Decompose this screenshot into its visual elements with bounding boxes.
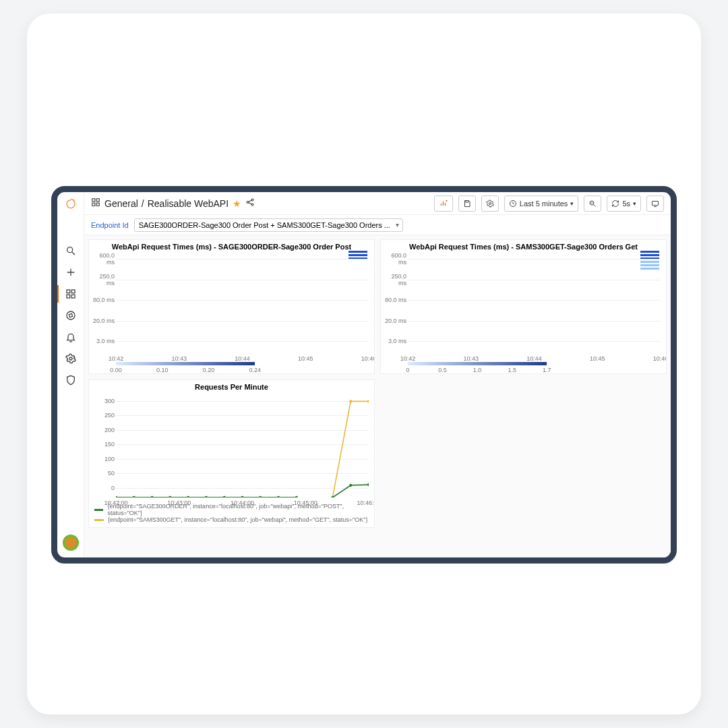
time-range-button[interactable]: Last 5 minutes ▾: [504, 195, 579, 212]
svg-point-10: [69, 357, 72, 360]
zoom-out-button[interactable]: [584, 195, 601, 212]
breadcrumb-root[interactable]: General: [104, 198, 138, 209]
outer-card: General / Realisable WebAPI ★: [27, 13, 701, 715]
legend-swatch-green: [94, 509, 103, 511]
refresh-button[interactable]: 5s ▾: [607, 195, 641, 212]
svg-rect-6: [67, 295, 70, 298]
svg-point-54: [241, 496, 244, 497]
svg-point-45: [349, 400, 352, 402]
variable-row: Endpoint Id SAGE300ORDER-Sage300 Order P…: [84, 215, 671, 235]
svg-point-51: [187, 496, 189, 497]
svg-line-19: [249, 203, 252, 204]
svg-line-30: [594, 204, 596, 206]
svg-rect-5: [71, 290, 75, 293]
svg-point-50: [169, 496, 171, 497]
search-icon[interactable]: [65, 245, 77, 257]
star-icon[interactable]: ★: [233, 198, 241, 209]
variable-label: Endpoint Id: [91, 221, 129, 229]
chart-body: 600.0 ms250.0 ms80.0 ms20.0 ms3.0 ms10:4…: [116, 255, 369, 368]
svg-point-60: [367, 483, 369, 486]
panel-title: Requests Per Minute: [89, 380, 374, 392]
shield-icon[interactable]: [65, 374, 77, 386]
svg-point-48: [133, 496, 135, 497]
panel-title: WebApi Request Times (ms) - SAGE300ORDER…: [89, 240, 374, 252]
svg-point-59: [349, 484, 352, 487]
app-window: General / Realisable WebAPI ★: [51, 186, 677, 564]
svg-point-55: [259, 496, 262, 497]
share-icon[interactable]: [245, 198, 255, 209]
sidebar: [57, 192, 84, 557]
svg-line-18: [249, 200, 252, 202]
variable-value: SAGE300ORDER-Sage300 Order Post + SAMS30…: [139, 221, 390, 229]
avatar[interactable]: [63, 535, 79, 551]
panels-grid: WebApi Request Times (ms) - SAGE300ORDER…: [84, 235, 671, 557]
svg-point-56: [277, 496, 280, 497]
legend-swatch-yellow: [94, 519, 104, 521]
legend-text-2: {endpoint="SAMS300GET", instance="localh…: [108, 516, 367, 523]
panel-request-times-post[interactable]: WebApi Request Times (ms) - SAGE300ORDER…: [88, 239, 375, 374]
tv-mode-button[interactable]: [646, 195, 664, 212]
refresh-interval-label: 5s: [622, 200, 630, 208]
breadcrumb-sep: /: [142, 198, 144, 209]
breadcrumb-leaf[interactable]: Realisable WebAPI: [148, 198, 229, 209]
svg-point-26: [489, 202, 491, 204]
dashboards-icon[interactable]: [65, 288, 77, 300]
header: General / Realisable WebAPI ★: [84, 192, 671, 215]
svg-point-52: [205, 496, 208, 497]
plus-icon[interactable]: [65, 266, 77, 278]
svg-point-0: [67, 247, 72, 253]
svg-marker-9: [69, 313, 72, 317]
time-range-label: Last 5 minutes: [520, 200, 568, 208]
apps-icon: [91, 198, 100, 209]
svg-point-46: [367, 400, 369, 402]
svg-point-47: [116, 496, 117, 497]
chart-body: 30025020015010050010:42:0010:43:0010:44:…: [116, 395, 369, 497]
chart-body: 600.0 ms250.0 ms80.0 ms20.0 ms3.0 ms10:4…: [408, 255, 661, 368]
svg-point-53: [223, 496, 226, 497]
variable-select[interactable]: SAGE300ORDER-Sage300 Order Post + SAMS30…: [134, 218, 403, 232]
explore-icon[interactable]: [65, 309, 77, 322]
main: General / Realisable WebAPI ★: [84, 192, 671, 557]
svg-rect-13: [92, 203, 95, 206]
panel-requests-per-minute[interactable]: Requests Per Minute 30025020015010050010…: [88, 380, 375, 528]
svg-point-49: [151, 496, 154, 497]
svg-rect-4: [67, 290, 70, 293]
chevron-down-icon: ▾: [570, 200, 574, 207]
save-button[interactable]: [458, 195, 476, 212]
svg-rect-31: [653, 201, 659, 205]
svg-point-57: [295, 496, 298, 497]
settings-button[interactable]: [481, 195, 499, 212]
svg-rect-12: [96, 199, 99, 202]
chevron-down-icon: ▾: [633, 200, 636, 207]
alert-icon[interactable]: [65, 331, 77, 343]
svg-point-8: [67, 311, 75, 320]
svg-rect-25: [466, 200, 468, 202]
svg-rect-11: [92, 199, 95, 202]
svg-rect-7: [71, 295, 75, 298]
gear-icon[interactable]: [65, 353, 77, 365]
add-panel-button[interactable]: [434, 195, 453, 212]
panel-title: WebApi Request Times (ms) - SAMS300GET-S…: [381, 240, 666, 252]
panel-request-times-get[interactable]: WebApi Request Times (ms) - SAMS300GET-S…: [380, 239, 667, 374]
svg-line-1: [72, 252, 75, 255]
grafana-logo-icon[interactable]: [65, 198, 77, 210]
svg-rect-14: [96, 203, 99, 206]
